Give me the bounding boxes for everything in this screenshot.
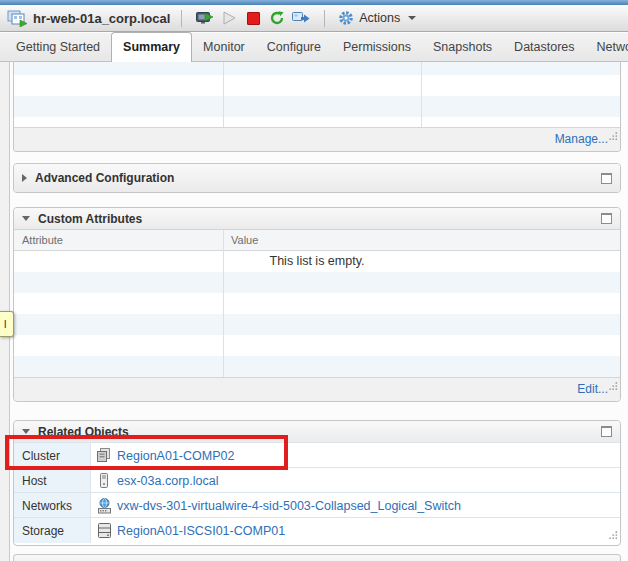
maximize-box-icon[interactable] (601, 426, 612, 437)
storage-icon (91, 523, 117, 538)
power-on-icon[interactable] (217, 7, 241, 29)
row-label: Storage (14, 518, 91, 543)
network-icon (91, 498, 117, 514)
actions-menu-button[interactable]: Actions (338, 10, 416, 26)
toolbar-separator (181, 10, 182, 27)
manage-link[interactable]: Manage... (555, 132, 608, 146)
cluster-icon (91, 448, 117, 463)
vm-name-title: hr-web-01a_corp.local (33, 11, 170, 26)
related-objects-header[interactable]: Related Objects (14, 421, 620, 443)
actions-gear-icon (338, 10, 354, 26)
maximize-box-icon[interactable] (601, 173, 612, 184)
resize-grip-icon[interactable] (608, 376, 618, 399)
section-title: Advanced Configuration (35, 171, 593, 185)
custom-attributes-portlet: Custom Attributes Attribute Value This l… (13, 207, 621, 402)
resize-grip-icon[interactable] (608, 529, 618, 543)
column-divider (223, 230, 224, 378)
cluster-link[interactable]: RegionA01-COMP02 (117, 449, 234, 463)
table-row (14, 62, 620, 75)
tags-portlet-footer: Manage... (14, 127, 620, 151)
tab-snapshots[interactable]: Snapshots (422, 34, 503, 61)
table-row (14, 356, 620, 378)
tab-summary[interactable]: Summary (111, 32, 192, 62)
custom-attributes-footer: Edit... (14, 377, 620, 401)
collapse-triangle-icon (22, 429, 30, 434)
column-header-attribute[interactable]: Attribute (22, 230, 63, 250)
vsphere-vm-summary-screen: { "titlebar": { "vm_name": "hr-web-01a_c… (0, 0, 628, 561)
host-link[interactable]: esx-03a.corp.local (117, 474, 218, 488)
network-link[interactable]: vxw-dvs-301-virtualwire-4-sid-5003-Colla… (117, 499, 461, 513)
custom-attributes-header[interactable]: Custom Attributes (14, 208, 620, 230)
tab-networks[interactable]: Networks (586, 34, 628, 61)
table-row (14, 293, 620, 314)
related-objects-host-row: Host esx-03a.corp.local (14, 467, 620, 493)
advanced-configuration-portlet: Advanced Configuration (13, 163, 621, 193)
migrate-icon[interactable] (289, 7, 313, 29)
storage-link[interactable]: RegionA01-ISCSI01-COMP01 (117, 524, 285, 538)
empty-list-message: This list is empty. (14, 251, 620, 272)
collapse-triangle-icon (22, 174, 27, 182)
tags-portlet: Manage... (13, 62, 621, 152)
vm-tab-bar: Getting Started Summary Monitor Configur… (0, 33, 628, 62)
row-label: Cluster (14, 443, 91, 468)
column-header-value[interactable]: Value (231, 230, 258, 250)
vm-toolbar: hr-web-01a_corp.local (0, 5, 628, 32)
tab-getting-started[interactable]: Getting Started (5, 34, 111, 61)
row-label: Host (14, 468, 91, 493)
restart-icon[interactable] (265, 7, 289, 29)
table-row (14, 96, 620, 117)
custom-attributes-table-header: Attribute Value (14, 230, 620, 251)
tab-datastores[interactable]: Datastores (503, 34, 585, 61)
vm-powered-on-icon (7, 10, 28, 27)
related-objects-storage-row: Storage RegionA01-ISCSI01-COMP01 (14, 517, 620, 543)
next-portlet-clipped (13, 554, 621, 561)
host-icon (91, 473, 117, 488)
power-off-icon[interactable] (241, 7, 265, 29)
related-objects-cluster-row: Cluster RegionA01-COMP02 (14, 442, 620, 468)
section-title: Related Objects (38, 425, 593, 439)
column-divider (421, 62, 422, 127)
row-label: Networks (14, 493, 91, 518)
edit-link[interactable]: Edit... (577, 382, 608, 396)
table-row (14, 335, 620, 356)
table-row (14, 272, 620, 293)
collapse-triangle-icon (22, 216, 30, 221)
column-divider (223, 62, 224, 127)
advanced-configuration-header[interactable]: Advanced Configuration (14, 164, 620, 192)
actions-label: Actions (359, 11, 400, 25)
launch-console-icon[interactable] (193, 7, 217, 29)
table-row (14, 314, 620, 335)
resize-grip-icon[interactable] (608, 126, 618, 149)
related-objects-networks-row: Networks vxw-dvs-301-virtualwire-4-sid-5… (14, 492, 620, 518)
maximize-box-icon[interactable] (601, 213, 612, 224)
toolbar-separator (324, 10, 325, 27)
chevron-down-icon (408, 16, 416, 20)
tooltip-fragment: l (0, 311, 14, 337)
table-row (14, 75, 620, 96)
tab-configure[interactable]: Configure (256, 34, 332, 61)
section-title: Custom Attributes (38, 212, 593, 226)
tab-permissions[interactable]: Permissions (332, 34, 422, 61)
related-objects-portlet: Related Objects Cluster RegionA01-COMP02… (13, 420, 621, 546)
tab-monitor[interactable]: Monitor (192, 34, 256, 61)
